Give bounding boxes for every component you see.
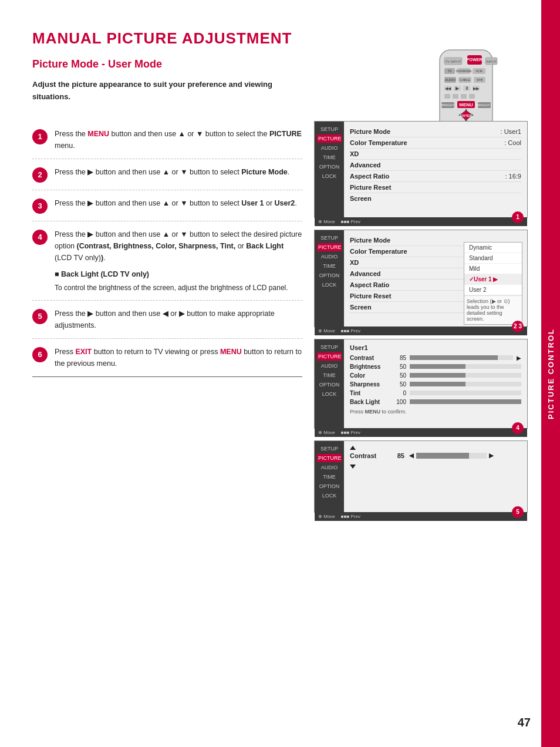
svg-rect-27 <box>444 94 450 99</box>
exit-keyword: EXIT <box>75 348 92 356</box>
nav-setup-1: SETUP <box>317 125 342 133</box>
panel-row: Color Temperature: Cool <box>350 137 521 149</box>
nav-picture-3: PICTURE <box>317 352 342 361</box>
step-5: 5 Press the ▶ button and then use ◀ or ▶… <box>32 301 302 339</box>
dropdown-note: Selection (▶ or ⊙) leads you to the deta… <box>464 295 522 324</box>
svg-text:▶▶: ▶▶ <box>473 86 480 90</box>
svg-text:VCR: VCR <box>475 69 483 73</box>
intro-text: Adjust the picture appearance to suit yo… <box>32 79 291 103</box>
nav-picture-1: PICTURE <box>317 134 342 143</box>
user2-keyword: User2 <box>275 199 295 207</box>
step-text-3: Press the ▶ button and then use ▲ or ▼ b… <box>55 197 302 209</box>
svg-text:⏸: ⏸ <box>464 86 469 91</box>
nav-option-2: OPTION <box>317 271 342 280</box>
user1-keyword: User 1 <box>241 199 264 207</box>
panel-2-content: Picture Mode Color Temperature XD Advanc… <box>344 230 527 327</box>
step-text-5: Press the ▶ button and then use ◀ or ▶ b… <box>55 308 302 331</box>
options-keyword: (Contrast, Brightness, Color, Sharpness,… <box>77 242 236 250</box>
nav-time-4: TIME <box>317 473 342 481</box>
screen-panel-1: SETUP PICTURE AUDIO TIME OPTION LOCK Pic… <box>314 121 528 218</box>
backlight-bar <box>410 399 521 404</box>
nav-setup-3: SETUP <box>317 343 342 351</box>
panel-2-footer: ⊕ Move■■■ Prev <box>315 327 527 335</box>
nav-time-3: TIME <box>317 371 342 379</box>
setting-backlight: Back Light 100 <box>350 398 521 406</box>
nav-setup-2: SETUP <box>317 234 342 242</box>
nav-picture-2: PICTURE <box>317 243 342 251</box>
step-circle-2: 2 <box>32 167 48 183</box>
nav-lock-4: LOCK <box>317 492 342 500</box>
svg-rect-28 <box>453 94 458 99</box>
picture-mode-keyword: Picture Mode <box>241 168 288 176</box>
panel-1-content: Picture Mode: User1 Color Temperature: C… <box>344 122 527 217</box>
screen-panel-3: SETUP PICTURE AUDIO TIME OPTION LOCK Use… <box>314 339 528 429</box>
svg-text:TV INPUT: TV INPUT <box>445 60 461 63</box>
contrast-value: 85 <box>390 452 404 459</box>
screen-panel-2: SETUP PICTURE AUDIO TIME OPTION LOCK Pic… <box>314 230 528 327</box>
panel-row: Picture Reset <box>350 182 521 193</box>
panel-3-content: User1 Contrast 85 ▶ Brightness 50 <box>344 339 527 428</box>
panel-row: Picture Mode: User1 <box>350 126 521 137</box>
nav-picture-4: PICTURE <box>317 454 342 462</box>
panel-1-nav: SETUP PICTURE AUDIO TIME OPTION LOCK <box>315 122 344 217</box>
setting-contrast: Contrast 85 ▶ <box>350 354 521 362</box>
step-circle-4: 4 <box>32 230 48 245</box>
nav-lock-3: LOCK <box>317 390 342 398</box>
contrast-adjust-bar <box>416 453 487 459</box>
nav-option-1: OPTION <box>317 163 342 171</box>
svg-text:TV: TV <box>447 69 451 73</box>
steps-column: 1 Press the MENU button and then use ▲ o… <box>32 121 302 524</box>
backlight-title: ■ Back Light (LCD TV only) <box>55 268 302 280</box>
nav-time-1: TIME <box>317 153 342 161</box>
step-6: 6 Press EXIT button to return to TV view… <box>32 339 302 377</box>
adjust-bar-container: ◀ ▶ <box>409 452 494 459</box>
panel-3-inner: SETUP PICTURE AUDIO TIME OPTION LOCK Use… <box>315 339 527 428</box>
picture-mode-dropdown: Dynamic Standard Mild ✓User 1 ▶ User 2 S… <box>464 242 522 325</box>
side-bar: PICTURE CONTROL <box>541 0 560 747</box>
svg-text:ENTER: ENTER <box>460 114 473 117</box>
dropdown-mild: Mild <box>464 264 522 274</box>
main-content: 1 Press the MENU button and then use ▲ o… <box>32 121 528 524</box>
panel-row: Screen <box>350 193 521 204</box>
step-circle-3: 3 <box>32 198 48 214</box>
svg-text:POWER: POWER <box>467 58 482 62</box>
step-circle-6: 6 <box>32 347 48 362</box>
panels-column: SETUP PICTURE AUDIO TIME OPTION LOCK Pic… <box>314 121 528 524</box>
panel-confirm: Press MENU to confirm. <box>350 409 521 415</box>
step-2: 2 Press the ▶ button and then use ▲ or ▼… <box>32 159 302 190</box>
nav-setup-4: SETUP <box>317 445 342 453</box>
svg-text:MENU: MENU <box>459 102 473 107</box>
brightness-bar <box>410 364 521 369</box>
nav-option-4: OPTION <box>317 482 342 490</box>
svg-text:AUDIO: AUDIO <box>445 78 456 82</box>
step-text-1: Press the MENU button and then use ▲ or … <box>55 128 302 152</box>
nav-audio-3: AUDIO <box>317 362 342 370</box>
nav-audio-1: AUDIO <box>317 144 342 152</box>
svg-rect-29 <box>461 94 467 99</box>
panel-4-footer: ⊕ Move■■■ Prev <box>315 512 527 521</box>
svg-text:BRIGHT+: BRIGHT+ <box>477 103 492 107</box>
nav-audio-2: AUDIO <box>317 253 342 261</box>
nav-lock-2: LOCK <box>317 281 342 289</box>
panel-1-inner: SETUP PICTURE AUDIO TIME OPTION LOCK Pic… <box>315 122 527 217</box>
backlight-keyword: Back Light <box>246 242 284 250</box>
panel-1-footer: ⊕ Move■■■ Prev <box>315 217 527 226</box>
dropdown-user1: ✓User 1 ▶ <box>464 274 522 285</box>
color-bar <box>410 373 521 378</box>
backlight-note: ■ Back Light (LCD TV only) To control th… <box>55 268 302 293</box>
up-arrow <box>350 446 521 450</box>
svg-rect-30 <box>469 94 475 99</box>
panel-4-content: Contrast 85 ◀ ▶ <box>344 441 527 512</box>
nav-audio-4: AUDIO <box>317 463 342 472</box>
page-container: PICTURE CONTROL TV INPUT POWER INPUT TV … <box>0 0 560 747</box>
panel-4-badge: 5 <box>512 506 524 518</box>
setting-sharpness: Sharpness 50 <box>350 380 521 389</box>
dropdown-standard: Standard <box>464 253 522 264</box>
panel-2-badge: 2 3 <box>512 321 524 332</box>
menu-keyword-2: MENU <box>220 348 242 356</box>
panel-2-inner: SETUP PICTURE AUDIO TIME OPTION LOCK Pic… <box>315 230 527 327</box>
panel-3-footer: ⊕ Move■■■ Prev <box>315 428 527 437</box>
picture-keyword: PICTURE <box>269 130 302 138</box>
step-text-6: Press EXIT button to return to TV viewin… <box>55 346 302 369</box>
step-1: 1 Press the MENU button and then use ▲ o… <box>32 121 302 159</box>
